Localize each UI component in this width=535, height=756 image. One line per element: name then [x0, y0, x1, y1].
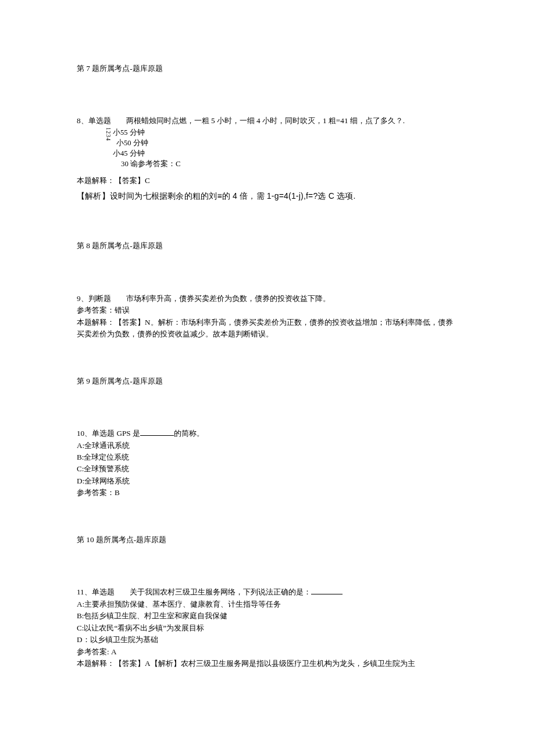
q11-reference-answer: 参考答案: A — [77, 646, 459, 658]
q10-option-a: A:全球通讯系统 — [77, 440, 459, 452]
q10-stem-part-b: 的简称。 — [174, 429, 204, 438]
q11-explain: 本题解释：【答案】A【解析】农村三级卫生服务网是指以县级医疗卫生机构为龙头，乡镇… — [77, 658, 459, 669]
q11-stem-text: 11、单选题 关于我国农村三级卫生服务网络，下列说法正确的是： — [77, 587, 311, 596]
q8-explain: 【解析】设时间为七根据剩余的粗的刘≡的 4 倍，需 1-g=4(1-j),f=?… — [77, 189, 459, 203]
q9-topic: 第 9 题所属考点-题库原题 — [77, 375, 459, 387]
q8-block: 8、单选题 两根蜡烛同时点燃，一粗 5 小时，一细 4 小时，同时吹灭，1 粗=… — [77, 115, 459, 170]
q10-topic: 第 10 题所属考点-题库原题 — [77, 534, 459, 546]
q9-topic-block: 第 9 题所属考点-题库原题 — [77, 375, 459, 387]
q11-option-b: B:包括乡镇卫生院、村卫生室和家庭自我保健 — [77, 610, 459, 622]
q9-explain-line-2: 买卖差价为负数，债券的投资收益减少。故本题判断错误。 — [77, 328, 459, 340]
q10-block: 10、单选题 GPS 是的简称。 A:全球通讯系统 B:全球定位系统 C:全球预… — [77, 428, 459, 499]
q8-option-2: 小50 分钟 — [113, 138, 459, 148]
q8-option-1: 小55 分钟 — [113, 127, 459, 138]
q10-option-b: B:全球定位系统 — [77, 452, 459, 463]
q8-topic: 第 8 题所属考点-题库原题 — [77, 240, 459, 252]
q9-stem: 9、判断题 市场利率升高，债券买卖差价为负数，债券的投资收益下降。 — [77, 293, 459, 304]
q8-stem: 8、单选题 两根蜡烛同时点燃，一粗 5 小时，一细 4 小时，同时吹灭，1 粗=… — [77, 115, 459, 127]
q9-block: 9、判断题 市场利率升高，债券买卖差价为负数，债券的投资收益下降。 参考答案：错… — [77, 293, 459, 341]
q10-reference-answer: 参考答案：B — [77, 487, 459, 499]
q11-block: 11、单选题 关于我国农村三级卫生服务网络，下列说法正确的是： A:主要承担预防… — [77, 586, 459, 669]
q10-stem: 10、单选题 GPS 是的简称。 — [77, 428, 459, 439]
q11-option-a: A:主要承担预防保健、基本医疗、健康教育、计生指导等任务 — [77, 599, 459, 610]
q8-answer: 本题解释：【答案】C — [77, 175, 459, 187]
q8-option-4: 30 谕参考答案：C — [77, 159, 459, 170]
q8-topic-block: 第 8 题所属考点-题库原题 — [77, 240, 459, 252]
q10-option-c: C:全球预警系统 — [77, 463, 459, 475]
q11-option-d: D：以乡镇卫生院为基础 — [77, 634, 459, 646]
document-page: 第 7 题所属考点-题库原题 8、单选题 两根蜡烛同时点燃，一粗 5 小时，一细… — [0, 0, 535, 693]
q11-option-c: C:以让农民“看病不出乡镇”为发展目标 — [77, 622, 459, 634]
q8-vertical-label: 1234 — [104, 127, 113, 141]
q10-topic-block: 第 10 题所属考点-题库原题 — [77, 534, 459, 546]
q10-stem-part-a: 10、单选题 GPS 是 — [77, 429, 140, 438]
q7-topic: 第 7 题所属考点-题库原题 — [77, 63, 459, 74]
q7-block: 第 7 题所属考点-题库原题 — [77, 63, 459, 74]
q8-option-3: 小45 分钟 — [113, 148, 459, 159]
q10-option-d: D:全球网络系统 — [77, 475, 459, 487]
q9-reference-answer: 参考答案：错误 — [77, 304, 459, 316]
q8-options: 小55 分钟 小50 分钟 小45 分钟 — [77, 127, 459, 159]
q11-stem: 11、单选题 关于我国农村三级卫生服务网络，下列说法正确的是： — [77, 586, 459, 598]
blank-underline — [311, 587, 343, 594]
blank-underline — [140, 428, 174, 436]
q9-explain-line-1: 本题解释：【答案】N。解析：市场利率升高，债券买卖差价为正数，债券的投资收益增加… — [77, 317, 459, 328]
